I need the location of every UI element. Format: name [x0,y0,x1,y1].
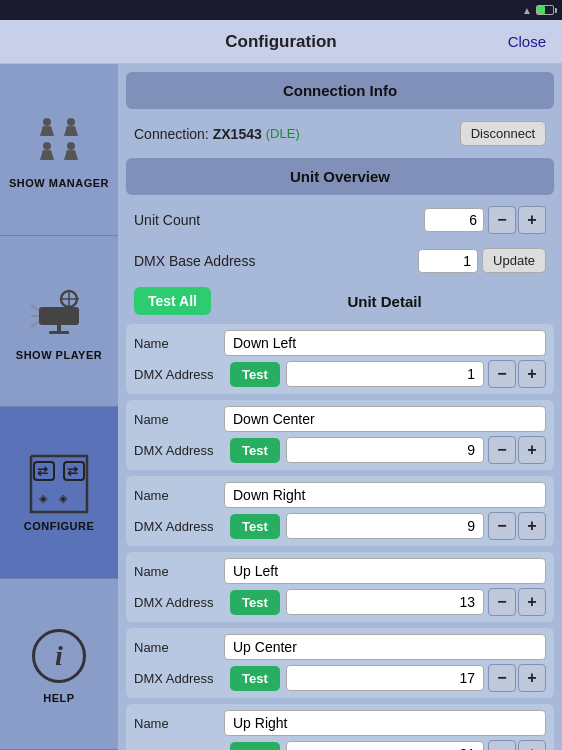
unit-test-button[interactable]: Test [230,362,280,387]
status-icons: ▲ [522,5,554,16]
dmx-field-label: DMX Address [134,747,224,751]
unit-name-input[interactable] [224,710,546,736]
connection-info-header: Connection Info [126,72,554,109]
show-manager-label: SHOW MANAGER [9,177,109,189]
unit-card: Name DMX Address Test − + [126,704,554,750]
disconnect-button[interactable]: Disconnect [460,121,546,146]
unit-cards-container: Name DMX Address Test − + Name DMX Addre… [126,324,554,750]
name-field-label: Name [134,640,224,655]
dmx-field-label: DMX Address [134,595,224,610]
unit-card: Name DMX Address Test − + [126,324,554,394]
unit-name-input[interactable] [224,634,546,660]
dmx-stepper: − + [488,664,546,692]
wifi-icon: ▲ [522,5,532,16]
dmx-plus-btn[interactable]: + [518,740,546,750]
unit-name-input[interactable] [224,330,546,356]
unit-name-input[interactable] [224,558,546,584]
unit-name-input[interactable] [224,406,546,432]
unit-count-plus[interactable]: + [518,206,546,234]
sidebar-item-show-player[interactable]: SHOW PLAYER [0,236,118,408]
show-player-icon [27,281,91,345]
unit-card: Name DMX Address Test − + [126,552,554,622]
close-button[interactable]: Close [496,33,546,50]
unit-test-button[interactable]: Test [230,590,280,615]
test-all-row: Test All Unit Detail [126,282,554,320]
unit-name-input[interactable] [224,482,546,508]
unit-overview-header: Unit Overview [126,158,554,195]
unit-dmx-input[interactable] [286,589,484,615]
help-icon: i [27,624,91,688]
configure-icon: ⇄ ⇄ ◈ ◈ [27,452,91,516]
header: Configuration Close [0,20,562,64]
dmx-minus-btn[interactable]: − [488,588,516,616]
unit-name-row: Name [134,406,546,432]
dmx-stepper: − + [488,436,546,464]
sidebar-item-configure[interactable]: ⇄ ⇄ ◈ ◈ CONFIGURE [0,407,118,579]
svg-rect-0 [39,307,79,325]
dmx-base-label: DMX Base Address [134,253,418,269]
unit-dmx-input[interactable] [286,437,484,463]
unit-count-input[interactable] [424,208,484,232]
dmx-stepper: − + [488,740,546,750]
dmx-field-label: DMX Address [134,443,224,458]
dmx-plus-btn[interactable]: + [518,588,546,616]
content-area: Connection Info Connection: ZX1543 (DLE)… [118,64,562,750]
dmx-stepper: − + [488,512,546,540]
dmx-plus-btn[interactable]: + [518,436,546,464]
dmx-stepper: − + [488,360,546,388]
dmx-minus-btn[interactable]: − [488,664,516,692]
update-button[interactable]: Update [482,248,546,273]
svg-rect-2 [49,331,69,334]
unit-dmx-row: DMX Address Test − + [134,740,546,750]
unit-dmx-row: DMX Address Test − + [134,588,546,616]
battery-icon [536,5,554,15]
unit-dmx-input[interactable] [286,513,484,539]
dmx-base-input[interactable] [418,249,478,273]
unit-dmx-row: DMX Address Test − + [134,360,546,388]
status-bar: ▲ [0,0,562,20]
unit-card: Name DMX Address Test − + [126,476,554,546]
connection-status: (DLE) [266,126,300,141]
dmx-field-label: DMX Address [134,367,224,382]
unit-card: Name DMX Address Test − + [126,628,554,698]
unit-test-button[interactable]: Test [230,742,280,751]
test-all-button[interactable]: Test All [134,287,211,315]
unit-card: Name DMX Address Test − + [126,400,554,470]
unit-count-minus[interactable]: − [488,206,516,234]
configure-label: CONFIGURE [24,520,95,532]
unit-dmx-row: DMX Address Test − + [134,664,546,692]
sidebar-item-show-manager[interactable]: SHOW MANAGER [0,64,118,236]
show-manager-icon [27,109,91,173]
show-player-label: SHOW PLAYER [16,349,102,361]
unit-name-row: Name [134,634,546,660]
dmx-field-label: DMX Address [134,519,224,534]
sidebar-item-help[interactable]: i HELP [0,579,118,751]
name-field-label: Name [134,488,224,503]
dmx-minus-btn[interactable]: − [488,512,516,540]
unit-test-button[interactable]: Test [230,666,280,691]
unit-test-button[interactable]: Test [230,438,280,463]
dmx-field-label: DMX Address [134,671,224,686]
svg-text:⇄: ⇄ [37,464,48,479]
unit-name-row: Name [134,558,546,584]
svg-text:⇄: ⇄ [67,464,78,479]
dmx-minus-btn[interactable]: − [488,740,516,750]
unit-dmx-input[interactable] [286,361,484,387]
svg-line-6 [31,305,39,311]
svg-line-8 [31,321,39,327]
dmx-plus-btn[interactable]: + [518,512,546,540]
unit-name-row: Name [134,330,546,356]
dmx-base-row: DMX Base Address Update [126,243,554,278]
dmx-stepper: − + [488,588,546,616]
dmx-plus-btn[interactable]: + [518,360,546,388]
dmx-plus-btn[interactable]: + [518,664,546,692]
unit-dmx-input[interactable] [286,665,484,691]
help-label: HELP [43,692,74,704]
unit-name-row: Name [134,482,546,508]
unit-dmx-input[interactable] [286,741,484,750]
sidebar: SHOW MANAGER SHOW PLAYER [0,64,118,750]
dmx-minus-btn[interactable]: − [488,436,516,464]
dmx-minus-btn[interactable]: − [488,360,516,388]
unit-test-button[interactable]: Test [230,514,280,539]
unit-dmx-row: DMX Address Test − + [134,436,546,464]
